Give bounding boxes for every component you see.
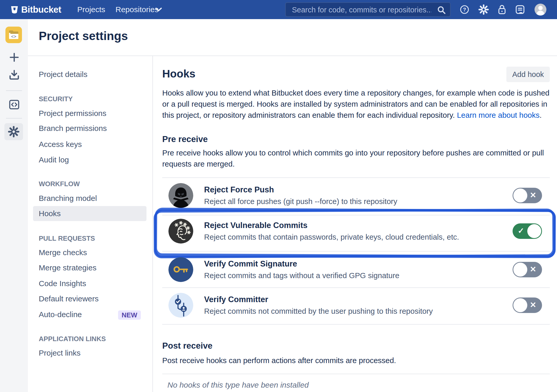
pre-receive-heading: Pre receive: [162, 134, 208, 144]
hook-description: Reject commits that contain passwords, p…: [204, 233, 459, 241]
post-receive-description: Post receive hooks can perform actions a…: [162, 355, 550, 366]
row-divider: [162, 287, 550, 288]
hook-title: Verify Committer: [204, 295, 268, 304]
svg-text:?: ?: [463, 7, 466, 12]
hook-toggle-off[interactable]: ✕: [513, 188, 542, 203]
x-icon: ✕: [530, 262, 536, 277]
hook-title: Verify Commit Signature: [204, 259, 297, 269]
hook-toggle-off[interactable]: ✕: [513, 297, 542, 313]
app-sidebar-rail: <>: [0, 19, 28, 392]
hook-row-verify-commit-signature: Verify Commit Signature Reject commits a…: [168, 257, 550, 282]
sidebar-header-workflow: WORKFLOW: [39, 179, 80, 188]
add-hook-button[interactable]: Add hook: [506, 67, 550, 82]
learn-more-link[interactable]: Learn more about hooks: [457, 111, 540, 119]
hook-description: Reject all force pushes (git push --forc…: [204, 197, 397, 206]
create-plus-icon[interactable]: [9, 52, 19, 62]
post-receive-heading: Post receive: [162, 341, 212, 351]
pre-receive-description: Pre receive hooks allow you to control w…: [162, 147, 550, 169]
header-divider: [28, 56, 557, 56]
row-divider: [162, 177, 550, 178]
toggle-knob: [527, 224, 541, 238]
changelog-journal-icon[interactable]: [513, 0, 527, 19]
x-icon: ✕: [530, 188, 536, 203]
bitbucket-logo-icon[interactable]: [10, 5, 19, 14]
clone-download-icon[interactable]: [9, 70, 19, 80]
sidebar-item-audit-log[interactable]: Audit log: [39, 155, 69, 165]
search-icon[interactable]: [437, 6, 446, 14]
hook-description: Reject commits not committed by the user…: [204, 307, 433, 316]
sidebar-divider: [152, 56, 153, 392]
hooks-intro-text: Hooks allow you to extend what Bitbucket…: [162, 87, 550, 121]
sidebar-item-project-links[interactable]: Project links: [39, 348, 81, 358]
hook-toggle-on[interactable]: ✓: [513, 223, 542, 239]
hook-toggle-off[interactable]: ✕: [513, 262, 542, 277]
hook-row-verify-committer: Verify Committer Reject commits not comm…: [168, 293, 550, 318]
row-divider: [162, 251, 550, 252]
svg-text:<>: <>: [11, 34, 16, 39]
admin-gear-icon[interactable]: [476, 0, 491, 19]
face-with-stars-avatar-icon: [168, 219, 193, 244]
sidebar-header-security: SECURITY: [39, 95, 73, 103]
x-icon: ✕: [530, 297, 536, 313]
source-code-icon[interactable]: [9, 99, 19, 110]
sidebar-item-hooks-selected[interactable]: Hooks: [33, 206, 146, 221]
page-title: Project settings: [39, 29, 128, 43]
hook-title: Reject Force Push: [204, 185, 274, 194]
search-input[interactable]: [291, 3, 432, 16]
intro-period: .: [539, 111, 541, 119]
help-icon[interactable]: ?: [457, 0, 472, 19]
toggle-knob: [513, 189, 527, 202]
hook-title: Reject Vulnerable Commits: [204, 221, 307, 230]
sidebar-item-access-keys[interactable]: Access keys: [39, 139, 82, 150]
sidebar-header-application-links: APPLICATION LINKS: [39, 334, 106, 343]
commit-graph-avatar-icon: [168, 293, 193, 318]
check-icon: ✓: [518, 223, 524, 239]
hooks-heading: Hooks: [162, 68, 195, 80]
nav-projects[interactable]: Projects: [77, 0, 105, 19]
toggle-knob: [513, 298, 527, 312]
hook-row-reject-force-push: Reject Force Push Reject all force pushe…: [168, 183, 550, 208]
sidebar-item-auto-decline[interactable]: Auto-decline: [39, 309, 82, 320]
hook-description: Reject commits and tags without a verifi…: [204, 271, 399, 280]
bitbucket-project-settings-page: Bitbucket Projects Repositories ?: [0, 0, 557, 392]
settings-gear-icon-selected[interactable]: [4, 123, 23, 140]
row-divider: [162, 374, 550, 374]
sidebar-item-project-details[interactable]: Project details: [39, 69, 87, 80]
user-avatar[interactable]: [535, 4, 546, 15]
hook-row-reject-vulnerable-commits: Reject Vulnerable Commits Reject commits…: [168, 219, 550, 244]
sidebar-item-merge-checks[interactable]: Merge checks: [39, 247, 87, 258]
sidebar-item-default-reviewers[interactable]: Default reviewers: [39, 294, 99, 304]
bitbucket-logo-text[interactable]: Bitbucket: [21, 0, 61, 19]
nav-repositories[interactable]: Repositories: [115, 0, 159, 19]
sidebar-item-branching-model[interactable]: Branching model: [39, 193, 97, 203]
row-divider: [162, 215, 550, 215]
sidebar-item-hooks-label: Hooks: [39, 206, 61, 221]
chevron-down-icon[interactable]: [155, 7, 162, 12]
sidebar-item-code-insights[interactable]: Code Insights: [39, 278, 86, 289]
sidebar-item-project-permissions[interactable]: Project permissions: [39, 108, 106, 119]
project-avatar-icon[interactable]: <>: [5, 27, 22, 43]
toggle-knob: [513, 263, 527, 277]
darth-vader-avatar-icon: [168, 183, 193, 208]
rail-divider: [6, 90, 22, 91]
new-badge: NEW: [118, 310, 141, 320]
post-receive-empty-message: No hooks of this type have been installe…: [167, 381, 309, 389]
sidebar-item-branch-permissions[interactable]: Branch permissions: [39, 123, 107, 134]
global-search: [285, 2, 451, 17]
lock-icon[interactable]: [495, 0, 509, 19]
sidebar-header-pull-requests: PULL REQUESTS: [39, 234, 95, 243]
row-divider: [162, 324, 550, 325]
sidebar-item-merge-strategies[interactable]: Merge strategies: [39, 263, 96, 273]
rail-divider: [6, 118, 22, 119]
gold-key-avatar-icon: [168, 257, 193, 282]
top-navbar: Bitbucket Projects Repositories ?: [0, 0, 557, 19]
